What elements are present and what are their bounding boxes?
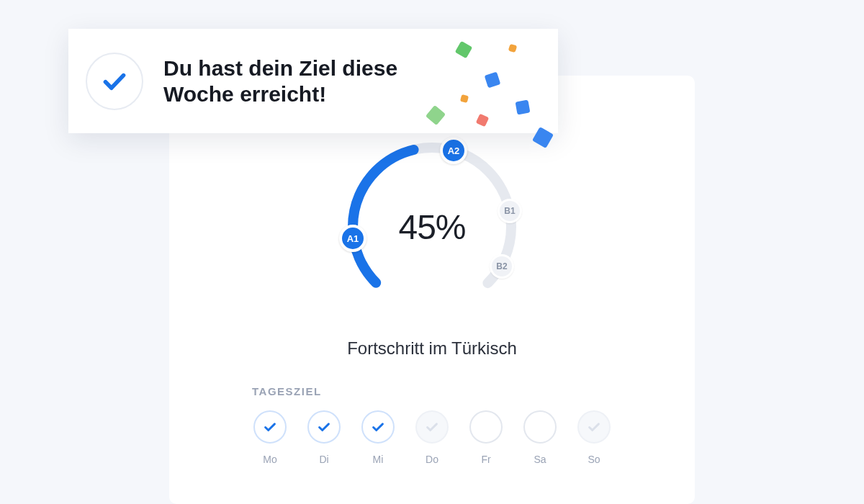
day-label: So [588, 454, 600, 465]
level-badge-a1: A1 [339, 225, 366, 252]
day-label: Fr [481, 454, 490, 465]
confetti-icon [426, 105, 446, 125]
check-icon [586, 419, 602, 435]
daily-goal-day: Di [306, 410, 342, 465]
day-label: Di [319, 454, 328, 465]
level-code: B2 [496, 262, 507, 271]
day-label: Mo [263, 454, 276, 465]
daily-goal-day: Mi [360, 410, 396, 465]
day-status-empty [523, 410, 557, 444]
progress-gauge: A1 A2 B1 B2 45% [331, 133, 533, 320]
day-label: Do [426, 454, 438, 465]
daily-goal-title: TAGESZIEL [252, 385, 322, 397]
day-status-pending [577, 410, 611, 444]
day-label: Mi [373, 454, 384, 465]
daily-goal-day: Sa [522, 410, 558, 465]
confetti-icon [455, 41, 473, 59]
daily-goal-day: So [576, 410, 612, 465]
level-code: A2 [448, 146, 460, 156]
toast-check-badge [86, 53, 143, 110]
confetti-icon [460, 94, 469, 103]
level-badge-a2: A2 [440, 137, 467, 164]
check-icon [424, 419, 440, 435]
check-icon [370, 419, 386, 435]
confetti-icon [485, 72, 501, 89]
day-label: Sa [534, 454, 546, 465]
progress-card: A1 A2 B1 B2 45% Fortschritt im Türkisch … [169, 76, 695, 504]
day-status-empty [469, 410, 503, 444]
day-status-done [307, 410, 341, 444]
level-badge-b2: B2 [490, 254, 514, 279]
check-icon [316, 419, 332, 435]
progress-caption: Fortschritt im Türkisch [169, 338, 695, 359]
daily-goal-day: Mo [252, 410, 288, 465]
day-status-done [361, 410, 395, 444]
daily-goal-row: Mo Di Mi Do Fr Sa [252, 410, 612, 465]
level-code: A1 [347, 234, 359, 243]
progress-percent: 45% [398, 207, 465, 247]
daily-goal-day: Fr [468, 410, 504, 465]
day-status-pending [415, 410, 449, 444]
confetti-icon [516, 100, 531, 115]
check-icon [262, 419, 278, 435]
confetti-icon [508, 44, 518, 53]
level-badge-b1: B1 [498, 199, 522, 223]
check-icon [100, 67, 129, 96]
daily-goal-day: Do [414, 410, 450, 465]
toast-message: Du hast dein Ziel diese Woche erreicht! [163, 55, 423, 107]
level-code: B1 [504, 207, 515, 215]
day-status-done [253, 410, 287, 444]
goal-achieved-toast: Du hast dein Ziel diese Woche erreicht! [68, 29, 558, 133]
confetti-icon [476, 114, 490, 127]
